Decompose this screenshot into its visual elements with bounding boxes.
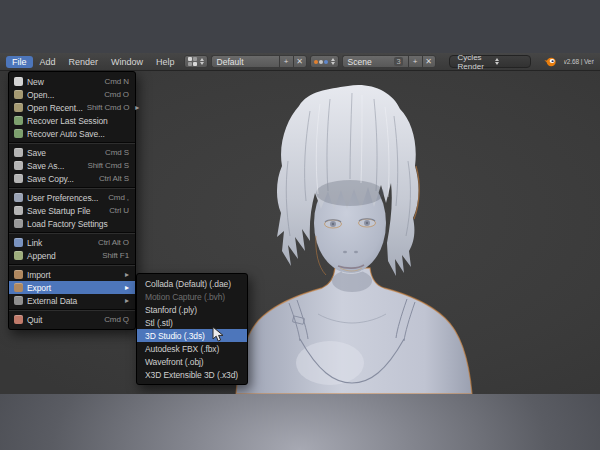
file-menu-item-save-copy[interactable]: Save Copy...Ctrl Alt S bbox=[9, 172, 135, 185]
menu-file[interactable]: File bbox=[6, 56, 33, 68]
render-engine-value: Cycles Render bbox=[458, 53, 489, 71]
scene-close-button[interactable]: ✕ bbox=[422, 55, 436, 68]
file-menu-item-recover-auto-save[interactable]: Recover Auto Save... bbox=[9, 127, 135, 140]
blender-logo-icon bbox=[544, 57, 556, 67]
file-menu-item-recover-last-session[interactable]: Recover Last Session bbox=[9, 114, 135, 127]
file-menu-item-link[interactable]: LinkCtrl Alt O bbox=[9, 236, 135, 249]
menu-help[interactable]: Help bbox=[150, 56, 181, 68]
scene-name-field[interactable]: Scene 3 bbox=[342, 55, 408, 68]
scene-users-count: 3 bbox=[394, 57, 402, 66]
menu-item-label: Export bbox=[27, 283, 51, 293]
menu-item-label: New bbox=[27, 77, 44, 87]
file-menu-item-append[interactable]: AppendShift F1 bbox=[9, 249, 135, 262]
menu-item-shortcut: Ctrl Alt S bbox=[99, 174, 129, 183]
recover-icon bbox=[14, 129, 23, 138]
file-menu-item-save[interactable]: SaveCmd S bbox=[9, 146, 135, 159]
file-menu-item-export[interactable]: Export▸ bbox=[9, 281, 135, 294]
file-menu-item-new[interactable]: NewCmd N bbox=[9, 75, 135, 88]
desktop-background: File Add Render Window Help Default + ✕ bbox=[0, 0, 600, 450]
screen-layout-value: Default bbox=[217, 57, 244, 67]
menu-item-label: Open... bbox=[27, 90, 54, 100]
menu-item-shortcut: Shift Cmd S bbox=[87, 161, 129, 170]
menu-item-label: Save As... bbox=[27, 161, 64, 171]
file-menu-item-load-factory-settings[interactable]: Load Factory Settings bbox=[9, 217, 135, 230]
submenu-arrow-icon: ▸ bbox=[135, 103, 139, 112]
file-menu-item-user-preferences[interactable]: User Preferences...Cmd , bbox=[9, 191, 135, 204]
menu-bar: File Add Render Window Help bbox=[6, 56, 181, 68]
menu-separator bbox=[9, 187, 135, 189]
menu-item-shortcut: Cmd , bbox=[108, 193, 129, 202]
menu-item-label: Save Startup File bbox=[27, 206, 91, 216]
export-submenu-item-stl-stl[interactable]: Stl (.stl) bbox=[137, 316, 247, 329]
menu-item-shortcut: Shift F1 bbox=[102, 251, 129, 260]
menu-item-label: Link bbox=[27, 238, 42, 248]
editor-type-button[interactable] bbox=[184, 55, 208, 68]
export-submenu-item-wavefront-obj[interactable]: Wavefront (.obj) bbox=[137, 355, 247, 368]
menu-item-label: Quit bbox=[27, 315, 42, 325]
menu-item-label: Recover Last Session bbox=[27, 116, 108, 126]
link-icon bbox=[14, 238, 23, 247]
file-menu-item-external-data[interactable]: External Data▸ bbox=[9, 294, 135, 307]
menu-item-label: User Preferences... bbox=[27, 193, 98, 203]
menu-item-shortcut: Ctrl Alt O bbox=[98, 238, 129, 247]
menu-separator bbox=[9, 309, 135, 311]
menu-item-shortcut: Cmd S bbox=[105, 148, 129, 157]
viewport-3d[interactable]: NewCmd NOpen...Cmd OOpen Recent...Shift … bbox=[0, 71, 600, 394]
chevron-updown-icon bbox=[495, 58, 526, 65]
append-icon bbox=[14, 251, 23, 260]
export-submenu-item-3d-studio-3ds[interactable]: 3D Studio (.3ds) bbox=[137, 329, 247, 342]
file-menu-item-open[interactable]: Open...Cmd O bbox=[9, 88, 135, 101]
submenu-arrow-icon: ▸ bbox=[125, 270, 129, 279]
save-icon bbox=[14, 161, 23, 170]
file-menu-item-open-recent[interactable]: Open Recent...Shift Cmd O▸ bbox=[9, 101, 135, 114]
menu-item-label: External Data bbox=[27, 296, 77, 306]
menu-item-label: Append bbox=[27, 251, 56, 261]
menu-window[interactable]: Window bbox=[105, 56, 149, 68]
file-menu-item-quit[interactable]: QuitCmd Q bbox=[9, 313, 135, 326]
export-submenu: Collada (Default) (.dae)Motion Capture (… bbox=[136, 273, 248, 385]
menu-item-label: Recover Auto Save... bbox=[27, 129, 105, 139]
screen-layout-field[interactable]: Default bbox=[211, 55, 279, 68]
submenu-arrow-icon: ▸ bbox=[125, 283, 129, 292]
scene-icon bbox=[314, 60, 328, 64]
menu-item-shortcut: Cmd O bbox=[104, 90, 129, 99]
scene-add-button[interactable]: + bbox=[408, 55, 422, 68]
load-icon bbox=[14, 219, 23, 228]
menu-item-label: Wavefront (.obj) bbox=[145, 357, 204, 367]
menu-add[interactable]: Add bbox=[34, 56, 62, 68]
recover-icon bbox=[14, 116, 23, 125]
folder-icon bbox=[14, 90, 23, 99]
scene-name-value: Scene bbox=[348, 57, 372, 67]
external-icon bbox=[14, 296, 23, 305]
chevron-updown-icon bbox=[331, 58, 335, 65]
menu-item-label: Save bbox=[27, 148, 46, 158]
file-icon bbox=[14, 77, 23, 86]
file-menu-item-save-as[interactable]: Save As...Shift Cmd S bbox=[9, 159, 135, 172]
menu-item-label: Collada (Default) (.dae) bbox=[145, 279, 231, 289]
export-submenu-item-stanford-ply[interactable]: Stanford (.ply) bbox=[137, 303, 247, 316]
screen-layout-add-button[interactable]: + bbox=[279, 55, 293, 68]
menu-item-label: 3D Studio (.3ds) bbox=[145, 331, 205, 341]
export-submenu-item-x3d-extensible-3d-x3d[interactable]: X3D Extensible 3D (.x3d) bbox=[137, 368, 247, 381]
render-engine-dropdown[interactable]: Cycles Render bbox=[449, 55, 531, 68]
export-submenu-item-collada-default-dae[interactable]: Collada (Default) (.dae) bbox=[137, 277, 247, 290]
menu-render[interactable]: Render bbox=[63, 56, 105, 68]
file-menu-item-import[interactable]: Import▸ bbox=[9, 268, 135, 281]
menu-item-label: Save Copy... bbox=[27, 174, 74, 184]
file-menu-item-save-startup-file[interactable]: Save Startup FileCtrl U bbox=[9, 204, 135, 217]
info-header: File Add Render Window Help Default + ✕ bbox=[0, 53, 600, 71]
folder-icon bbox=[14, 103, 23, 112]
file-menu: NewCmd NOpen...Cmd OOpen Recent...Shift … bbox=[8, 71, 136, 330]
screen-layout-close-button[interactable]: ✕ bbox=[293, 55, 307, 68]
export-submenu-item-motion-capture-bvh: Motion Capture (.bvh) bbox=[137, 290, 247, 303]
menu-item-label: Import bbox=[27, 270, 51, 280]
export-submenu-item-autodesk-fbx-fbx[interactable]: Autodesk FBX (.fbx) bbox=[137, 342, 247, 355]
menu-item-shortcut: Cmd N bbox=[105, 77, 129, 86]
save-icon bbox=[14, 206, 23, 215]
quit-icon bbox=[14, 315, 23, 324]
chevron-updown-icon bbox=[200, 58, 204, 65]
scene-browse-button[interactable] bbox=[310, 55, 339, 68]
save-icon bbox=[14, 174, 23, 183]
menu-item-label: Load Factory Settings bbox=[27, 219, 108, 229]
mouse-cursor-icon bbox=[212, 326, 225, 343]
